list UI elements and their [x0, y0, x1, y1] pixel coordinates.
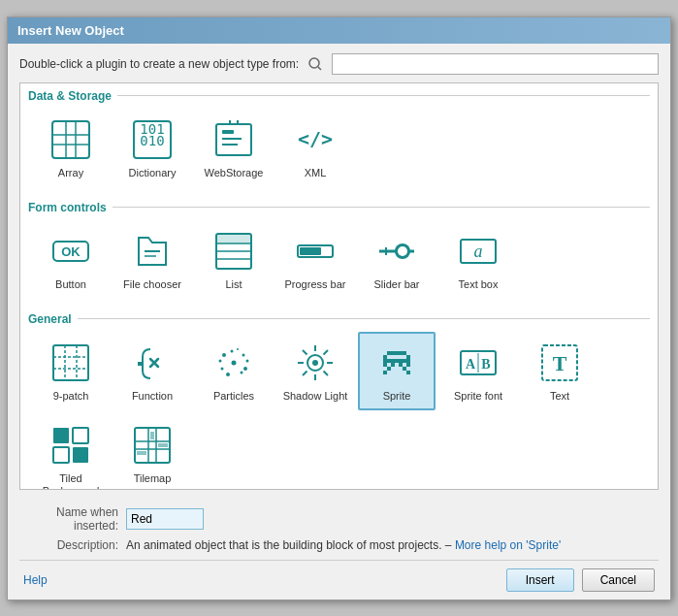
svg-rect-70 — [387, 367, 391, 371]
bottom-section: Name when inserted: Description: An anim… — [8, 498, 670, 600]
text-icon: T — [538, 341, 581, 384]
plugin-label-xml: XML — [305, 167, 327, 179]
svg-point-42 — [221, 367, 224, 370]
plugin-icon-sprite-font: A B — [455, 340, 501, 386]
svg-text:a: a — [474, 242, 483, 261]
instruction-label: Double-click a plugin to create a new ob… — [19, 57, 299, 71]
plugin-item-text-box[interactable]: a Text box — [439, 220, 517, 299]
search-input[interactable] — [332, 53, 659, 75]
plugin-icon-list — [210, 228, 257, 275]
svg-rect-27 — [300, 247, 321, 255]
cancel-button[interactable]: Cancel — [582, 568, 655, 592]
plugin-icon-button: OK — [48, 228, 94, 275]
plugin-icon-particles — [210, 340, 257, 386]
plugin-icon-tiled-background — [48, 422, 94, 469]
description-content: An animated object that is the building … — [126, 538, 442, 552]
svg-rect-67 — [391, 363, 395, 367]
svg-rect-71 — [403, 367, 406, 371]
description-label: Description: — [19, 538, 126, 552]
svg-point-45 — [241, 371, 243, 373]
svg-point-46 — [226, 373, 230, 376]
name-field-label: Name when inserted: — [19, 505, 126, 533]
svg-rect-63 — [403, 351, 406, 355]
plugin-label-sprite-font: Sprite font — [454, 390, 502, 403]
plugin-item-file-chooser[interactable]: File chooser — [113, 220, 191, 299]
plugin-icon-text: T — [536, 340, 583, 386]
plugin-item-button[interactable]: OK Button — [32, 220, 110, 299]
plugin-label-progress-bar: Progress bar — [285, 278, 346, 291]
plugin-item-array[interactable]: Array — [32, 109, 110, 187]
plugin-item-dictionary[interactable]: 010 101 Dictionary — [113, 109, 191, 187]
plugin-item-list[interactable]: List — [195, 220, 273, 299]
search-icon — [307, 56, 323, 72]
help-link[interactable]: Help — [23, 573, 48, 587]
plugin-icon-9patch — [48, 340, 94, 386]
plugin-item-9patch[interactable]: 9-patch — [32, 332, 110, 410]
plugin-icon-array — [48, 116, 94, 163]
plugin-label-button: Button — [55, 278, 86, 291]
particles-icon — [212, 341, 255, 384]
tilemap-icon — [131, 424, 174, 467]
plugin-item-progress-bar[interactable]: Progress bar — [276, 220, 354, 299]
plugin-item-xml[interactable]: </> XML — [276, 109, 354, 187]
svg-point-43 — [243, 367, 247, 371]
svg-rect-62 — [391, 351, 403, 355]
plugin-label-text-box: Text box — [459, 278, 499, 291]
plugin-item-particles[interactable]: Particles — [195, 332, 273, 410]
svg-rect-69 — [406, 363, 410, 367]
section-title-data-storage: Data & Storage — [28, 89, 650, 103]
progressbar-icon — [294, 230, 337, 273]
more-help-link[interactable]: More help on 'Sprite' — [455, 538, 561, 552]
plugin-label-tilemap: Tilemap — [134, 472, 172, 485]
svg-text:101: 101 — [140, 121, 164, 137]
svg-point-48 — [219, 359, 222, 362]
plugin-icon-slider-bar — [373, 228, 420, 275]
svg-point-49 — [237, 348, 239, 350]
plugin-label-9patch: 9-patch — [53, 390, 89, 403]
plugin-label-shadow-light: Shadow Light — [283, 390, 348, 403]
svg-rect-91 — [137, 451, 146, 455]
plugin-item-shadow-light[interactable]: Shadow Light — [276, 332, 354, 410]
insert-button[interactable]: Insert — [506, 568, 574, 592]
svg-line-57 — [324, 371, 329, 375]
plugin-label-tiled-background: Tiled Background — [38, 472, 104, 489]
svg-point-41 — [242, 353, 245, 356]
plugin-item-tiled-background[interactable]: Tiled Background — [32, 414, 110, 489]
spritefont-icon: A B — [457, 341, 500, 384]
plugin-icon-webstorage — [210, 116, 257, 163]
plugin-item-tilemap[interactable]: Tilemap — [113, 414, 191, 489]
plugin-label-list: List — [225, 278, 242, 291]
search-row: Double-click a plugin to create a new ob… — [19, 53, 659, 75]
svg-rect-64 — [406, 355, 410, 359]
textbox-icon: a — [457, 230, 500, 273]
plugin-item-function[interactable]: Function — [113, 332, 191, 410]
data-storage-grid: Array 010 101 Dictionary — [28, 109, 650, 187]
plugin-item-slider-bar[interactable]: Slider bar — [358, 220, 436, 299]
tiledbg-icon — [49, 424, 92, 467]
svg-rect-80 — [53, 428, 69, 443]
section-title-form-controls: Form controls — [28, 201, 650, 214]
svg-line-1 — [318, 67, 321, 70]
svg-point-47 — [246, 359, 249, 362]
svg-rect-65 — [383, 359, 410, 363]
plugin-item-webstorage[interactable]: WebStorage — [195, 109, 273, 187]
plugin-scroll-area[interactable]: Data & Storage A — [19, 82, 659, 490]
plugin-label-particles: Particles — [213, 390, 254, 403]
plugin-icon-sprite — [373, 340, 420, 386]
svg-rect-72 — [383, 371, 387, 374]
plugin-item-text[interactable]: T Text — [521, 332, 598, 410]
plugin-label-webstorage: WebStorage — [205, 167, 264, 179]
plugin-icon-progress-bar — [292, 228, 339, 275]
search-icon-button[interactable] — [305, 53, 326, 75]
plugin-icon-function — [129, 340, 176, 386]
9patch-icon — [49, 341, 92, 384]
function-icon — [131, 341, 174, 384]
name-field-input[interactable] — [126, 508, 204, 530]
plugin-item-sprite[interactable]: Sprite — [358, 332, 436, 410]
svg-rect-13 — [222, 144, 238, 146]
xml-icon: </> — [294, 118, 337, 161]
svg-point-51 — [312, 360, 318, 366]
svg-text:A: A — [466, 357, 476, 372]
svg-point-44 — [231, 349, 234, 352]
plugin-item-sprite-font[interactable]: A B Sprite font — [439, 332, 517, 410]
